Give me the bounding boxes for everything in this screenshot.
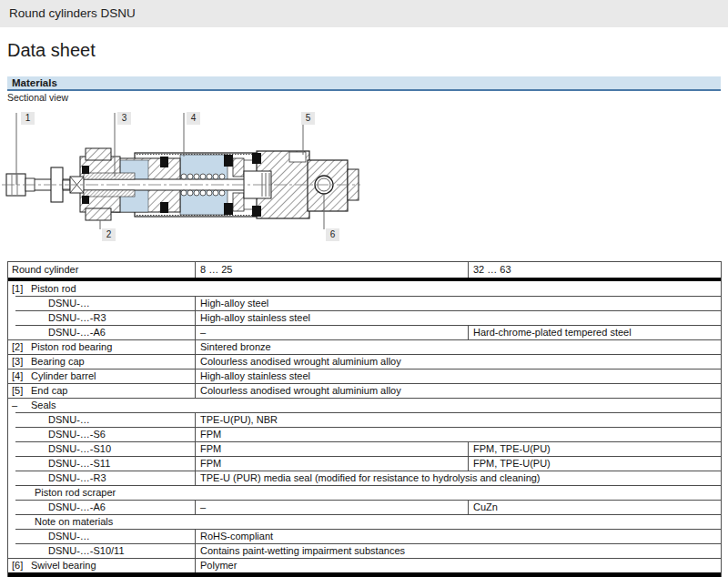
row-label: DSNU-…-S11 — [8, 456, 195, 471]
cylinder-sectional-view: 1 2 3 4 5 6 — [0, 100, 364, 259]
table-row: Piston rod scraper — [8, 485, 721, 500]
callout-5: 5 — [301, 112, 315, 125]
cell-value: FPM — [195, 427, 721, 441]
row-label: Piston rod — [31, 281, 76, 296]
row-label: Swivel bearing — [31, 558, 96, 572]
row-label: DSNU-…-S10 — [8, 441, 195, 456]
table-bottom-bar — [8, 572, 721, 577]
table-row: DSNU-…-A6 – CuZn — [8, 500, 721, 514]
row-label: DSNU-…-R3 — [8, 471, 195, 485]
cell-value: FPM, TPE-U(PU) — [468, 441, 721, 456]
cell-value: – — [195, 325, 468, 339]
callout-4: 4 — [187, 112, 200, 125]
datasheet-page: Round cylinders DSNU Data sheet Material… — [0, 0, 728, 577]
table-row: DSNU-…-R3 TPE-U (PUR) media seal (modifi… — [8, 471, 721, 485]
row-label: Piston rod scraper — [8, 485, 721, 500]
table-row: DSNU-…-A6 – Hard-chrome-plated tempered … — [8, 325, 721, 339]
row-label: DSNU-…-A6 — [8, 325, 195, 339]
cell-value: Hard-chrome-plated tempered steel — [468, 325, 721, 339]
cell-value: TPE-U(PU), NBR — [195, 412, 721, 427]
cell-value: High-alloy stainless steel — [195, 310, 721, 325]
cell-value: FPM — [195, 441, 468, 456]
cell-value: – — [195, 500, 468, 514]
row-marker: [1] — [8, 281, 31, 296]
row-marker: [5] — [8, 383, 31, 398]
table-row: DSNU-… RoHS-compliant — [8, 529, 721, 543]
table-row: [4]Cylinder barrel High-alloy stainless … — [8, 369, 721, 383]
row-label: DSNU-… — [8, 529, 195, 543]
row-marker: [4] — [8, 369, 31, 383]
row-marker: [3] — [8, 354, 31, 369]
row-label: DSNU-…-R3 — [8, 310, 195, 325]
table-header-row: Round cylinder 8 … 25 32 … 63 — [8, 261, 721, 278]
table-row: DSNU-…-S11 FPM FPM, TPE-U(PU) — [8, 456, 721, 471]
row-label: DSNU-…-S6 — [8, 427, 195, 441]
cell-value: Contains paint-wetting impairment substa… — [195, 543, 721, 558]
callout-6: 6 — [326, 228, 339, 241]
app-header-title: Round cylinders DSNU — [9, 6, 136, 20]
row-label: Piston rod bearing — [31, 339, 112, 354]
callout-3: 3 — [117, 112, 131, 125]
cell-value: CuZn — [468, 500, 721, 514]
row-label: DSNU-… — [8, 412, 195, 427]
table-row: DSNU-… TPE-U(PU), NBR — [8, 412, 721, 427]
section-header-materials: Materials — [7, 76, 721, 91]
row-label: DSNU-…-A6 — [8, 500, 195, 514]
row-label: Note on materials — [8, 514, 721, 529]
row-marker: [6] — [8, 558, 31, 572]
column-header-size-32-63: 32 … 63 — [468, 262, 721, 278]
table-row: [3]Bearing cap Colourless anodised wroug… — [8, 354, 721, 369]
column-header-product: Round cylinder — [8, 262, 195, 278]
cell-value: FPM — [195, 456, 468, 471]
cell-value: High-alloy steel — [195, 296, 721, 310]
page-title: Data sheet — [7, 40, 96, 61]
table-row: [2]Piston rod bearing Sintered bronze — [8, 339, 721, 354]
app-header-bar: Round cylinders DSNU — [0, 0, 728, 27]
table-row: Note on materials — [8, 514, 721, 529]
materials-table: Round cylinder 8 … 25 32 … 63 [1]Piston … — [7, 261, 722, 577]
row-marker: [2] — [8, 339, 31, 354]
row-label: End cap — [31, 383, 67, 398]
callout-1: 1 — [21, 112, 35, 125]
cell-value: Colourless anodised wrought aluminium al… — [195, 354, 721, 369]
table-row: DSNU-…-S6 FPM — [8, 427, 721, 441]
table-row: [5]End cap Colourless anodised wrought a… — [8, 383, 721, 398]
row-label: DSNU-… — [8, 296, 195, 310]
callout-2: 2 — [102, 228, 116, 241]
row-label: Cylinder barrel — [31, 369, 96, 383]
cell-value: Colourless anodised wrought aluminium al… — [195, 383, 721, 398]
row-label: Bearing cap — [31, 354, 85, 369]
cell-value: TPE-U (PUR) media seal (modified for res… — [195, 471, 721, 485]
table-row: DSNU-… High-alloy steel — [8, 296, 721, 310]
table-row: –Seals — [8, 398, 721, 412]
table-row: DSNU-…-R3 High-alloy stainless steel — [8, 310, 721, 325]
column-header-size-8-25: 8 … 25 — [195, 262, 468, 278]
cell-value: Polymer — [195, 558, 721, 572]
cell-value: Sintered bronze — [195, 339, 721, 354]
table-row: DSNU-…-S10/11 Contains paint-wetting imp… — [8, 543, 721, 558]
row-label: Seals — [31, 398, 56, 412]
section-header-label: Materials — [12, 77, 57, 88]
cell-value: High-alloy stainless steel — [195, 369, 721, 383]
table-row: [6]Swivel bearing Polymer — [8, 558, 721, 572]
cell-value: RoHS-compliant — [195, 529, 721, 543]
row-marker: – — [8, 398, 31, 412]
table-row: [1]Piston rod — [8, 281, 721, 296]
table-row: DSNU-…-S10 FPM FPM, TPE-U(PU) — [8, 441, 721, 456]
cell-value: FPM, TPE-U(PU) — [468, 456, 721, 471]
row-label: DSNU-…-S10/11 — [8, 543, 195, 558]
